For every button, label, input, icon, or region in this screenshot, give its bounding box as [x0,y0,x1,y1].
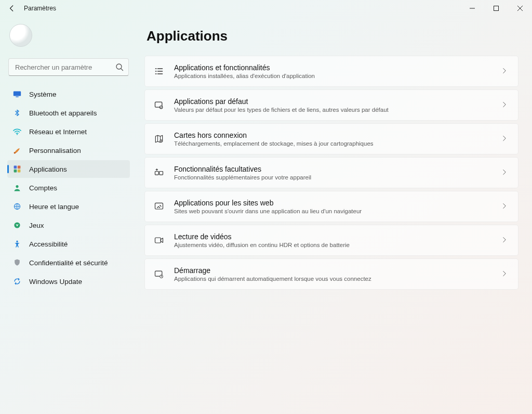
card-title: Applications et fonctionnalités [174,63,492,72]
sidebar-item-label: Heure et langue [29,203,79,211]
chevron-right-icon [501,101,509,109]
globe-icon [12,202,22,211]
default-apps-icon [153,99,165,111]
card-apps-features[interactable]: Applications et fonctionnalités Applicat… [144,56,518,87]
window-controls [460,0,532,17]
svg-point-13 [16,241,18,242]
svg-rect-3 [16,97,18,97]
card-subtitle: Téléchargements, emplacement de stockage… [174,140,492,147]
list-icon [153,66,165,77]
card-subtitle: Ajustements vidéo, diffusion en continu … [174,242,492,248]
shield-icon [12,258,22,267]
svg-rect-19 [155,203,163,209]
map-icon [153,133,165,145]
svg-rect-2 [14,92,21,96]
svg-point-10 [16,185,18,188]
card-title: Applications pour les sites web [174,199,492,207]
maximize-button[interactable] [484,0,508,17]
card-apps-for-websites[interactable]: Applications pour les sites web Sites we… [144,191,518,222]
svg-rect-9 [18,170,21,173]
optional-features-icon [153,167,165,178]
svg-rect-18 [159,172,163,175]
sidebar-item-label: Bluetooth et appareils [29,109,97,117]
card-title: Fonctionnalités facultatives [174,165,492,173]
svg-point-1 [116,64,122,69]
sidebar-item-update[interactable]: Windows Update [7,273,130,290]
sidebar-item-privacy[interactable]: Confidentialité et sécurité [7,254,130,271]
svg-rect-20 [155,238,161,243]
system-icon [12,89,22,99]
card-offline-maps[interactable]: Cartes hors connexion Téléchargements, e… [144,123,518,154]
svg-point-5 [14,152,16,153]
settings-cards: Applications et fonctionnalités Applicat… [144,56,518,290]
sidebar-item-label: Système [29,90,57,98]
card-startup[interactable]: Démarrage Applications qui démarrent aut… [144,258,518,290]
sidebar-item-system[interactable]: Système [7,85,130,103]
chevron-right-icon [501,169,509,176]
card-subtitle: Fonctionnalités supplémentaires pour vot… [174,174,492,180]
sidebar-item-label: Confidentialité et sécurité [29,259,108,267]
back-button[interactable] [7,4,17,13]
startup-icon [153,268,165,280]
video-icon [153,235,165,246]
bluetooth-icon [12,108,22,118]
accessibility-icon [12,239,22,249]
window-title: Paramètres [24,5,56,12]
card-subtitle: Sites web pouvant s'ouvrir dans une appl… [174,208,492,214]
svg-rect-6 [14,166,17,169]
card-subtitle: Valeurs par défaut pour les types de fic… [174,107,492,113]
accounts-icon [12,183,22,192]
search-box [8,58,129,76]
card-video-playback[interactable]: Lecture de vidéos Ajustements vidéo, dif… [144,225,518,256]
sidebar-item-label: Applications [29,165,67,173]
avatar [9,24,32,47]
sidebar-item-accessibility[interactable]: Accessibilité [7,235,130,253]
sidebar-item-label: Jeux [29,222,44,229]
card-title: Démarrage [174,266,492,275]
update-icon [12,277,22,286]
wifi-icon [12,127,22,136]
sidebar-item-label: Comptes [29,184,57,192]
sidebar-item-games[interactable]: Jeux [7,216,130,234]
svg-rect-8 [14,170,17,173]
card-subtitle: Applications qui démarrent automatiqueme… [174,276,492,282]
apps-icon [12,164,22,174]
main-content: Applications Applications et fonctionnal… [135,17,532,414]
svg-rect-7 [18,166,21,169]
svg-point-4 [17,134,18,135]
search-input[interactable] [8,58,129,76]
card-title: Cartes hors connexion [174,131,492,139]
brush-icon [12,146,22,155]
card-default-apps[interactable]: Applications par défaut Valeurs par défa… [144,89,518,121]
card-title: Applications par défaut [174,97,492,106]
sidebar-item-label: Personnalisation [29,147,81,154]
card-subtitle: Applications installées, alias d'exécuti… [174,73,492,79]
card-optional-features[interactable]: Fonctionnalités facultatives Fonctionnal… [144,157,518,188]
chevron-right-icon [501,68,509,75]
sidebar-item-bluetooth[interactable]: Bluetooth et appareils [7,104,130,122]
svg-rect-0 [494,6,499,11]
minimize-button[interactable] [460,0,484,17]
search-icon [115,63,124,71]
sidebar-item-label: Windows Update [29,278,82,286]
sidebar-item-time-language[interactable]: Heure et langue [7,198,130,215]
chevron-right-icon [501,270,509,278]
nav: Système Bluetooth et appareils Réseau et… [7,85,130,290]
website-apps-icon [153,201,165,212]
sidebar-item-network[interactable]: Réseau et Internet [7,123,130,140]
chevron-right-icon [501,237,509,244]
sidebar: Système Bluetooth et appareils Réseau et… [0,17,135,414]
sidebar-item-applications[interactable]: Applications [7,160,130,178]
sidebar-item-label: Réseau et Internet [29,128,87,136]
profile-area[interactable] [7,21,130,53]
close-button[interactable] [508,0,532,17]
titlebar: Paramètres [0,0,532,17]
chevron-right-icon [501,135,509,143]
sidebar-item-label: Accessibilité [29,240,68,248]
sidebar-item-personalization[interactable]: Personnalisation [7,141,130,159]
page-title: Applications [147,28,518,44]
svg-rect-17 [155,172,159,175]
games-icon [12,221,22,230]
sidebar-item-accounts[interactable]: Comptes [7,179,130,197]
chevron-right-icon [501,203,509,210]
